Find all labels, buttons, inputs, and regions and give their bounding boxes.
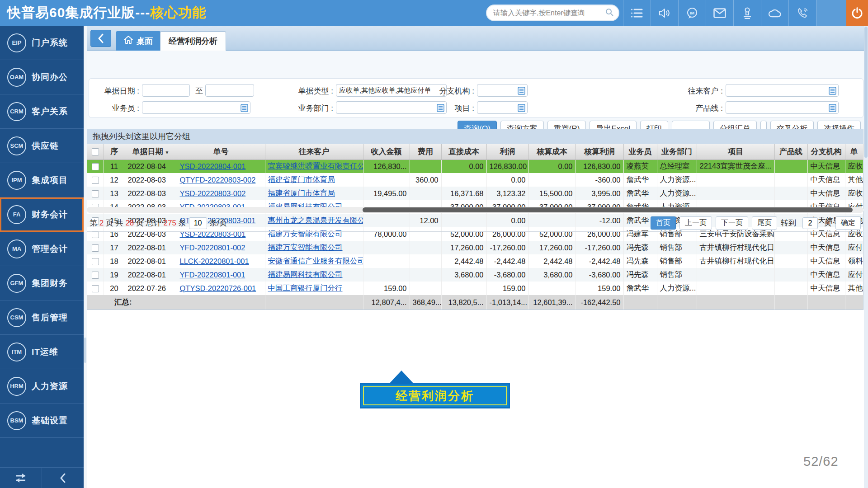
lookup-input[interactable] — [726, 101, 839, 114]
lookup-input[interactable] — [142, 101, 250, 114]
date-from-input[interactable] — [142, 84, 190, 97]
vertical-scrollbar-thumb[interactable] — [864, 27, 868, 158]
column-header-date[interactable]: 单据日期▼ — [125, 144, 177, 160]
select-all-checkbox[interactable] — [92, 148, 99, 155]
horizontal-scrollbar[interactable] — [87, 207, 863, 213]
date-from-field[interactable] — [142, 84, 189, 96]
customer-link[interactable]: 福建易网科技有限公司 — [268, 270, 343, 278]
column-header-seq[interactable]: 序 — [104, 144, 125, 160]
sidebar-item-eip[interactable]: EIP门户系统 — [0, 26, 84, 60]
doc-link[interactable]: QTYFD-20220803-002 — [180, 176, 256, 184]
column-header-salesperson[interactable]: 业务员 — [623, 144, 657, 160]
im-icon[interactable]: IM — [678, 0, 706, 26]
doc-link[interactable]: QTYSD-20220726-001 — [180, 284, 256, 292]
column-header-fee[interactable]: 费用 — [410, 144, 441, 160]
customer-link[interactable]: 宜宾骏继洪骥置业有限责任公... — [268, 162, 363, 170]
column-header-customer[interactable]: 往来客户 — [265, 144, 363, 160]
sidebar-item-gfm[interactable]: GFM集团财务 — [0, 266, 84, 300]
sidebar-item-bsm[interactable]: BSM基础设置 — [0, 404, 84, 438]
page-size-input[interactable] — [189, 217, 207, 229]
column-header-project[interactable]: 项目 — [697, 144, 774, 160]
phone-icon[interactable] — [788, 0, 816, 26]
customer-link[interactable]: 福建省厦门市体育局 — [268, 189, 335, 197]
page-button-下一页[interactable]: 下一页 — [716, 216, 748, 230]
lookup-icon[interactable] — [518, 87, 525, 97]
lookup-field[interactable] — [726, 84, 838, 96]
splitter-handle[interactable] — [84, 338, 86, 363]
group-by-bar[interactable]: 拖拽列头到这里以用它分组 — [87, 129, 863, 144]
column-header-dept[interactable]: 业务部门 — [657, 144, 697, 160]
swap-icon[interactable] — [0, 468, 42, 488]
person-icon[interactable] — [733, 0, 761, 26]
row-checkbox[interactable] — [92, 244, 99, 252]
column-header-product_line[interactable]: 产品线 — [774, 144, 807, 160]
lookup-input[interactable] — [477, 84, 528, 97]
mail-icon[interactable] — [706, 0, 733, 26]
doc-link[interactable]: YSD-20220804-001 — [180, 162, 246, 170]
lookup-input[interactable] — [477, 101, 528, 114]
doc-link[interactable]: YSD-20220803-002 — [180, 189, 246, 197]
cell-seq: 20 — [104, 282, 125, 295]
column-header-income[interactable]: 收入金额 — [363, 144, 410, 160]
tab-desktop[interactable]: 桌面 — [116, 31, 161, 51]
row-checkbox[interactable] — [92, 177, 99, 184]
sidebar-item-fa[interactable]: FA财务会计 — [0, 197, 84, 232]
date-to-field[interactable] — [206, 84, 254, 96]
lookup-icon[interactable] — [829, 104, 836, 114]
doc-link[interactable]: LLCK-20220801-001 — [180, 257, 249, 265]
lookup-input[interactable] — [726, 84, 839, 97]
tab-profit-analysis[interactable]: 经营利润分析 — [160, 31, 226, 51]
sidebar-item-csm[interactable]: CSM售后管理 — [0, 300, 84, 335]
lookup-icon[interactable] — [241, 104, 248, 114]
customer-link[interactable]: 福建省厦门市体育局 — [268, 175, 335, 183]
column-header-doctype[interactable]: 单 — [845, 144, 863, 160]
search-icon[interactable] — [605, 8, 614, 19]
sidebar-item-scm[interactable]: SCM供应链 — [0, 129, 84, 163]
sidebar-splitter[interactable] — [84, 26, 87, 488]
lookup-icon[interactable] — [829, 87, 836, 97]
column-header-direct_cost[interactable]: 直接成本 — [441, 144, 486, 160]
column-header-profit[interactable]: 利润 — [486, 144, 528, 160]
row-checkbox[interactable] — [92, 272, 99, 279]
sidebar-item-ma[interactable]: MA管理会计 — [0, 232, 84, 266]
list-icon[interactable] — [623, 0, 651, 26]
sidebar-item-ipm[interactable]: IPM集成项目 — [0, 163, 84, 197]
customer-link[interactable]: 福建万安智能有限公司 — [268, 243, 343, 251]
row-checkbox[interactable] — [92, 258, 99, 265]
row-checkbox[interactable] — [92, 231, 99, 238]
row-checkbox[interactable] — [92, 190, 99, 197]
back-button[interactable] — [90, 30, 111, 47]
goto-page-input[interactable] — [802, 217, 818, 229]
cloud-icon[interactable] — [761, 0, 788, 26]
collapse-icon[interactable] — [42, 468, 84, 488]
vertical-scrollbar[interactable] — [864, 26, 868, 488]
page-button-上一页[interactable]: 上一页 — [679, 216, 712, 230]
doc-link[interactable]: YFD-20220801-001 — [180, 271, 245, 279]
doc-link[interactable]: YFD-20220801-002 — [180, 244, 245, 252]
lookup-field[interactable] — [726, 102, 838, 113]
column-header-docno[interactable]: 单号 — [177, 144, 265, 160]
page-button-尾页[interactable]: 尾页 — [752, 216, 777, 230]
lookup-field[interactable] — [142, 102, 250, 113]
search-input[interactable] — [493, 9, 605, 17]
sidebar-item-itm[interactable]: ITMIT运维 — [0, 335, 84, 369]
sidebar-item-oam[interactable]: OAM协同办公 — [0, 60, 84, 94]
column-header-acct_profit[interactable]: 核算利润 — [576, 144, 623, 160]
row-checkbox[interactable] — [92, 163, 99, 170]
column-header-branch[interactable]: 分支机构 — [807, 144, 845, 160]
lookup-icon[interactable] — [518, 104, 525, 114]
page-button-首页[interactable]: 首页 — [651, 216, 676, 230]
row-checkbox[interactable] — [92, 285, 99, 292]
summary-income: 12,807,4... — [363, 295, 410, 310]
cell-project — [697, 282, 774, 295]
speaker-icon[interactable] — [651, 0, 678, 26]
sidebar-item-crm[interactable]: CRM客户关系 — [0, 94, 84, 129]
date-to-input[interactable] — [205, 84, 254, 97]
horizontal-scrollbar-thumb[interactable] — [363, 207, 853, 212]
power-icon[interactable] — [846, 0, 868, 26]
column-header-acct_cost[interactable]: 核算成本 — [528, 144, 576, 160]
customer-link[interactable]: 安徽省通信产业服务有限公司 — [268, 257, 363, 265]
confirm-button[interactable]: 确定 — [835, 216, 861, 230]
customer-link[interactable]: 中国工商银行厦门分行 — [268, 284, 343, 292]
sidebar-item-hrm[interactable]: HRM人力资源 — [0, 369, 84, 404]
